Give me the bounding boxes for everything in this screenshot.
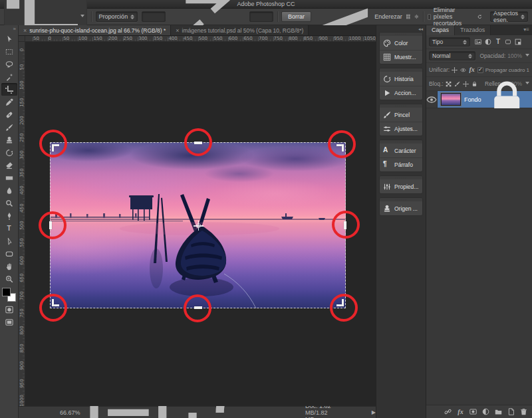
dock-button-pincel[interactable]: Pincel [380, 108, 422, 122]
checkbox[interactable] [428, 14, 431, 20]
layer-visibility-toggle[interactable] [426, 91, 438, 108]
dock-button-carcter[interactable]: ACarácter [380, 144, 422, 157]
brush-tool[interactable] [1, 121, 17, 134]
adjustment-icon[interactable] [482, 408, 489, 415]
horizontal-ruler[interactable]: 5005010015020025030035040045050055060065… [25, 36, 376, 42]
layer-thumbnail[interactable] [441, 93, 461, 106]
opacity-caret-icon[interactable] [524, 52, 529, 59]
zoom-tool[interactable] [1, 272, 17, 285]
dock-button-propied[interactable]: Propied... [380, 179, 422, 193]
eraser-tool[interactable] [1, 159, 17, 171]
link-icon[interactable] [444, 408, 452, 415]
color-swatches[interactable] [2, 288, 16, 302]
lock-pixels-icon[interactable] [454, 81, 460, 87]
adjustment-filter-icon[interactable] [485, 39, 491, 45]
history-brush-tool[interactable] [1, 146, 17, 159]
smart-object-filter-icon[interactable] [515, 39, 521, 45]
type-filter-icon[interactable]: T [495, 39, 501, 45]
properties-icon [383, 183, 391, 191]
aspect-ratio-dropdown[interactable]: Proporción [96, 11, 138, 22]
trash-icon[interactable] [520, 408, 527, 415]
unify-position-icon[interactable] [452, 67, 458, 73]
document-tab[interactable]: × imágenes tutorial.psd al 50% (Capa 10,… [171, 25, 309, 35]
reset-icon[interactable] [477, 11, 482, 22]
panel-menu-icon[interactable]: ▾≡ [521, 25, 532, 35]
crop-bounding-box[interactable] [50, 142, 346, 308]
pen-tool[interactable] [1, 209, 17, 222]
crop-tool[interactable] [1, 83, 17, 96]
delete-cropped-pixels-checkbox[interactable]: Eliminar píxeles recortados [428, 7, 465, 27]
layers-panel-footer: fx [426, 405, 532, 418]
gradient-tool[interactable] [1, 171, 17, 184]
ruler-tick-label: 0 [19, 43, 25, 56]
eyedropper-tool[interactable] [1, 96, 17, 108]
screen-mode[interactable] [1, 316, 17, 328]
ruler-tick-label: 700 [19, 289, 25, 302]
fx-icon[interactable]: fx [457, 408, 464, 415]
foreground-color-swatch[interactable] [2, 288, 11, 296]
dock-button-color[interactable]: Color [380, 36, 422, 50]
layer-name[interactable]: Fondo [464, 96, 481, 103]
unify-style-icon[interactable]: fx [469, 67, 475, 73]
photoshop-window: Adobe Photoshop CC Proporción Borrar End… [0, 0, 532, 418]
move-tool[interactable] [1, 33, 17, 45]
new-layer-icon[interactable] [507, 408, 515, 415]
lock-transparency-icon[interactable] [446, 81, 452, 87]
shape-tool[interactable] [1, 247, 17, 260]
dock-collapse-icon[interactable]: ◂◂ [379, 27, 423, 32]
tab-trazados[interactable]: Trazados [455, 25, 491, 35]
blend-mode-dropdown[interactable]: Normal [429, 51, 475, 60]
dock-button-ajustes[interactable]: Ajustes... [380, 122, 422, 136]
hand-tool[interactable] [1, 260, 17, 272]
dodge-tool[interactable] [1, 197, 17, 209]
dock-group: ACarácter¶Párrafo [379, 140, 423, 172]
crop-height-input[interactable] [249, 11, 273, 22]
grid-overlay-icon[interactable] [406, 11, 411, 22]
gear-icon[interactable] [414, 11, 419, 22]
lock-position-icon[interactable] [463, 81, 469, 87]
tab-capas[interactable]: Capas [426, 25, 455, 35]
marquee-tool[interactable] [1, 45, 17, 58]
healing-brush-tool[interactable] [1, 108, 17, 121]
dock-button-origen[interactable]: Origen ... [380, 201, 422, 215]
ruler-tick-label: 900 [319, 36, 327, 41]
unify-visibility-icon[interactable] [460, 67, 466, 73]
zoom-level-field[interactable]: 66.67% [60, 409, 80, 416]
lock-all-icon[interactable] [471, 81, 477, 87]
clear-button[interactable]: Borrar [281, 11, 311, 22]
ruler-origin-corner[interactable] [19, 36, 25, 42]
crop-width-input[interactable] [142, 11, 166, 22]
blur-tool[interactable] [1, 184, 17, 197]
clone-stamp-tool[interactable] [1, 134, 17, 146]
dock-button-prrafo[interactable]: ¶Párrafo [380, 157, 422, 171]
opacity-value[interactable]: 100% [507, 52, 522, 59]
dock-button-accion[interactable]: Accion... [380, 86, 422, 100]
filter-kind-dropdown[interactable]: Tipo [429, 37, 470, 47]
dock-button-historia[interactable]: Historia [380, 72, 422, 86]
type-tool[interactable]: T [1, 222, 17, 235]
dock-button-muestr[interactable]: Muestr... [380, 50, 422, 64]
stamp-icon [383, 205, 391, 213]
vertical-ruler[interactable]: 0501001502002503003504004505005506006507… [19, 42, 25, 406]
close-tab-icon[interactable]: × [23, 27, 27, 34]
shape-filter-icon[interactable] [505, 39, 511, 45]
canvas[interactable]: 0501001502002503003504004505005506006507… [19, 42, 376, 406]
annotation-circle-middle-left [39, 211, 66, 239]
ruler-tick-label: 800 [289, 36, 297, 41]
document-tab[interactable]: × sunrise-phu-quoc-island-ocean.jpg al 6… [19, 25, 171, 35]
mask-icon[interactable] [469, 408, 477, 415]
close-tab-icon[interactable]: × [176, 27, 179, 34]
magic-wand-tool[interactable] [1, 70, 17, 83]
path-selection-tool[interactable] [1, 235, 17, 247]
lasso-tool[interactable] [1, 58, 17, 70]
collapse-icon[interactable]: » [13, 26, 18, 33]
folder-icon[interactable] [495, 408, 502, 415]
healing-icon [5, 111, 13, 119]
crop-center-pivot[interactable] [194, 221, 203, 231]
propagate-checkbox[interactable] [477, 67, 483, 73]
pixel-filter-icon[interactable] [475, 39, 481, 45]
workspace-switcher[interactable]: Aspectos esen. [490, 11, 528, 22]
ruler-tick-label: 800 [19, 324, 25, 337]
layer-row[interactable]: Fondo [426, 91, 532, 108]
quick-mask-mode[interactable] [1, 303, 17, 316]
